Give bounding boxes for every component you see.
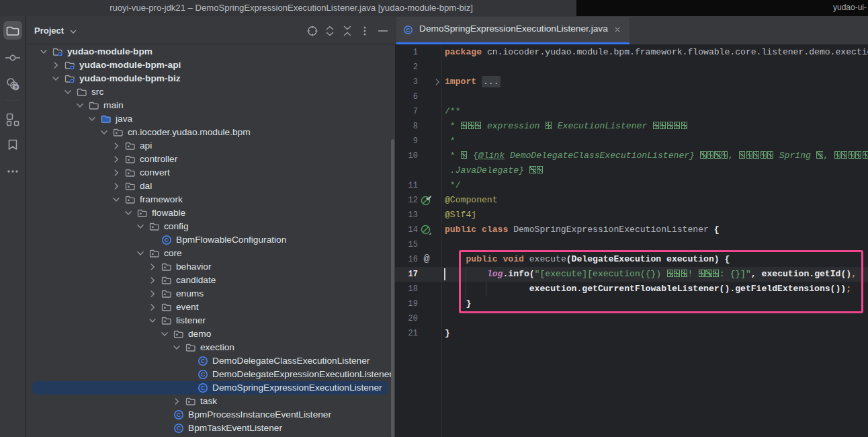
svg-text:C: C bbox=[201, 371, 206, 378]
svg-text:C: C bbox=[201, 385, 206, 391]
svg-text:C: C bbox=[406, 27, 410, 34]
svg-text:C: C bbox=[177, 425, 181, 432]
svg-text:C: C bbox=[165, 237, 169, 243]
svg-text:C: C bbox=[201, 358, 206, 364]
svg-text:?: ? bbox=[14, 85, 17, 91]
svg-text:C: C bbox=[177, 411, 181, 418]
